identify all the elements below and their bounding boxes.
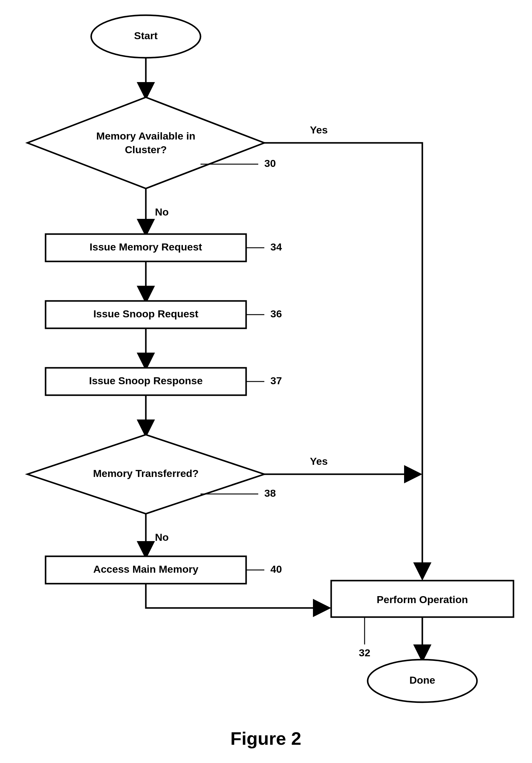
ref-34: 34	[270, 241, 282, 253]
edge-label-yes: Yes	[310, 124, 328, 136]
decision-mem-avail-l1: Memory Available in	[96, 130, 195, 142]
start-label: Start	[134, 30, 157, 41]
figure-caption: Figure 2	[230, 728, 301, 749]
done-label: Done	[409, 674, 435, 686]
proc-access-main-mem-label: Access Main Memory	[93, 563, 198, 575]
ref-32: 32	[359, 647, 370, 658]
ref-38: 38	[264, 487, 276, 499]
proc-issue-mem-req-label: Issue Memory Request	[90, 241, 202, 253]
edge-label-yes: Yes	[310, 455, 328, 467]
flowchart: Start Memory Available in Cluster? 30 Ye…	[0, 0, 532, 763]
ref-37: 37	[270, 375, 282, 386]
edge-label-no: No	[155, 206, 169, 218]
edge	[146, 584, 328, 608]
decision-mem-avail	[27, 97, 264, 188]
proc-issue-snoop-req-label: Issue Snoop Request	[93, 308, 198, 319]
edge	[264, 143, 422, 578]
decision-transferred-label: Memory Transferred?	[93, 468, 199, 479]
ref-30: 30	[264, 158, 276, 169]
proc-issue-snoop-resp-label: Issue Snoop Response	[89, 375, 203, 386]
edge-label-no: No	[155, 531, 169, 543]
decision-mem-avail-l2: Cluster?	[125, 144, 167, 155]
ref-40: 40	[270, 563, 282, 575]
ref-36: 36	[270, 308, 282, 319]
proc-perform-op-label: Perform Operation	[377, 594, 468, 605]
